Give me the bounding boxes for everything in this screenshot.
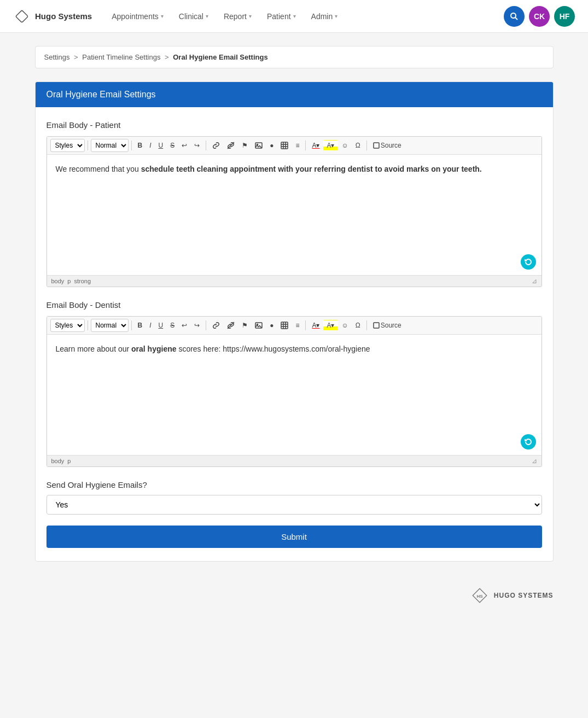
nav-item-clinical[interactable]: Clinical ▾ [172, 8, 215, 25]
source-icon [373, 142, 380, 149]
svg-rect-0 [16, 10, 28, 22]
nav-item-patient[interactable]: Patient ▾ [260, 8, 302, 25]
breadcrumb-current: Oral Hygiene Email Settings [173, 53, 267, 61]
toolbar2-color-group: A▾ A▾ ☺ Ω [308, 320, 363, 331]
image-icon-2 [255, 322, 263, 329]
table-button-2[interactable] [277, 320, 292, 331]
toolbar-sep [131, 141, 132, 150]
svg-rect-11 [374, 143, 379, 148]
nav-item-admin[interactable]: Admin ▾ [305, 8, 345, 25]
unlink-button-2[interactable] [224, 320, 238, 331]
nav-label-patient: Patient [267, 12, 291, 21]
image-icon [255, 142, 263, 149]
search-button[interactable] [504, 6, 525, 27]
send-emails-select[interactable]: Yes No [46, 495, 542, 515]
logo-text: Hugo Systems [35, 11, 92, 21]
table-button[interactable] [277, 140, 292, 151]
redo-button-2[interactable]: ↪ [191, 320, 203, 331]
toolbar1-text-group: B I U S ↩ ↪ [135, 140, 203, 151]
editor2-content[interactable]: Learn more about our oral hygiene scores… [47, 335, 542, 455]
avatar-ck-initials: CK [534, 12, 545, 21]
link-button-2[interactable] [209, 320, 223, 331]
chevron-down-icon: ▾ [335, 13, 337, 19]
font-color-button[interactable]: A▾ [308, 140, 323, 151]
source-button-2[interactable]: Source [370, 320, 405, 331]
nav-label-appointments: Appointments [112, 12, 159, 21]
strike-button[interactable]: S [167, 140, 178, 151]
table-icon [281, 142, 288, 149]
footer2-tag-p: p [67, 458, 71, 464]
breadcrumb-sep-2: > [165, 53, 171, 61]
resize-handle-2[interactable]: ⊿ [532, 457, 537, 465]
bold-button[interactable]: B [135, 140, 146, 151]
toolbar2-styles-group: Styles [50, 319, 85, 332]
settings-header: Oral Hygiene Email Settings [36, 82, 553, 107]
unlink-icon-2 [227, 322, 235, 329]
editor1-format-select[interactable]: Normal [91, 139, 129, 152]
emoji-button[interactable]: ☺ [339, 140, 352, 151]
toolbar1-insert-group: ⚑ ● [209, 140, 302, 151]
lines-button[interactable]: ≡ [292, 140, 302, 151]
source-button-1[interactable]: Source [370, 140, 405, 151]
resize-handle[interactable]: ⊿ [532, 277, 537, 285]
refresh-button-1[interactable] [521, 254, 536, 270]
avatar-ck[interactable]: CK [529, 6, 550, 27]
footer2-tag-body: body [51, 458, 65, 464]
editor1-footer-tags: body p strong [51, 278, 91, 284]
toolbar-sep [206, 320, 206, 330]
undo-button-2[interactable]: ↩ [178, 320, 190, 331]
flag-button[interactable]: ⚑ [238, 140, 251, 151]
section2-label: Email Body - Dentist [46, 300, 542, 310]
image-button-2[interactable] [252, 320, 266, 331]
italic-button-2[interactable]: I [146, 320, 154, 331]
submit-button[interactable]: Submit [46, 526, 542, 548]
image-button[interactable] [252, 140, 266, 151]
underline-button-2[interactable]: U [155, 320, 167, 331]
nav-label-admin: Admin [311, 12, 333, 21]
refresh-button-2[interactable] [521, 434, 536, 450]
navbar: Hugo Systems Appointments ▾ Clinical ▾ R… [0, 0, 588, 33]
footer-logo-icon: HS [470, 586, 490, 605]
circle-button[interactable]: ● [266, 140, 277, 151]
bg-color-button[interactable]: A▾ [323, 140, 337, 151]
nav-item-report[interactable]: Report ▾ [217, 8, 258, 25]
editor1-styles-select[interactable]: Styles [50, 139, 85, 152]
editor2-format-select[interactable]: Normal [91, 319, 129, 332]
unlink-icon [227, 142, 235, 149]
omega-button[interactable]: Ω [352, 140, 364, 151]
breadcrumb: Settings > Patient Timeline Settings > O… [44, 53, 268, 61]
nav-item-appointments[interactable]: Appointments ▾ [105, 8, 170, 25]
table-icon-2 [281, 322, 288, 329]
settings-body: Email Body - Patient Styles Normal [36, 107, 553, 561]
italic-button[interactable]: I [146, 140, 154, 151]
font-color-button-2[interactable]: A▾ [308, 320, 323, 331]
bg-color-button-2[interactable]: A▾ [323, 320, 337, 331]
editor1-toolbar: Styles Normal B I U S [47, 137, 542, 155]
logo-area[interactable]: Hugo Systems [13, 8, 92, 25]
undo-button[interactable]: ↩ [178, 140, 190, 151]
footer-company-text: HUGO SYSTEMS [494, 592, 554, 599]
search-icon [510, 12, 519, 21]
avatar-hf-initials: HF [560, 12, 570, 21]
lines-button-2[interactable]: ≡ [292, 320, 302, 331]
bold-button-2[interactable]: B [135, 320, 146, 331]
section1-label: Email Body - Patient [46, 120, 542, 130]
strike-button-2[interactable]: S [167, 320, 178, 331]
redo-button[interactable]: ↪ [191, 140, 203, 151]
avatar-hf[interactable]: HF [554, 6, 575, 27]
breadcrumb-patient-timeline[interactable]: Patient Timeline Settings [82, 53, 160, 61]
link-button[interactable] [209, 140, 223, 151]
unlink-button[interactable] [224, 140, 238, 151]
editor1-content[interactable]: We recommend that you schedule teeth cle… [47, 155, 542, 275]
breadcrumb-settings[interactable]: Settings [44, 53, 70, 61]
emoji-button-2[interactable]: ☺ [339, 320, 352, 331]
editor2-styles-select[interactable]: Styles [50, 319, 85, 332]
refresh-icon [525, 258, 532, 266]
underline-button[interactable]: U [155, 140, 167, 151]
toolbar2-insert-group: ⚑ ● [209, 320, 302, 331]
omega-button-2[interactable]: Ω [352, 320, 364, 331]
circle-button-2[interactable]: ● [266, 320, 277, 331]
svg-line-2 [515, 17, 517, 20]
toolbar-sep [206, 141, 206, 150]
flag-button-2[interactable]: ⚑ [238, 320, 251, 331]
